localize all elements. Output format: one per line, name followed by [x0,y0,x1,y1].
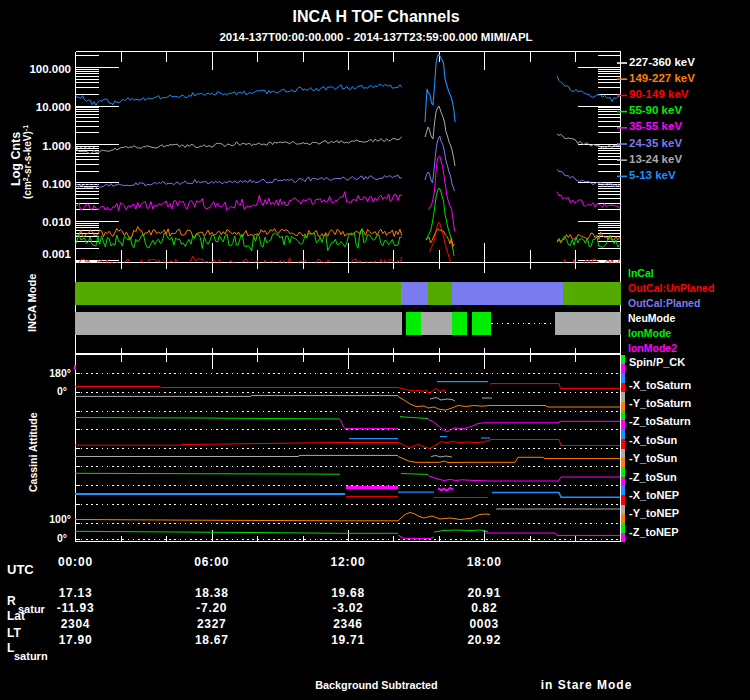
svg-text:227-360 keV: 227-360 keV [629,56,695,68]
svg-text:INCA H TOF Channels: INCA H TOF Channels [292,8,459,25]
svg-text:19.68: 19.68 [331,586,365,600]
svg-text:13-24 keV: 13-24 keV [629,153,682,165]
svg-text:Lat: Lat [7,609,25,623]
svg-text:00:00: 00:00 [58,555,93,569]
svg-text:06:00: 06:00 [194,555,229,569]
svg-text:0°: 0° [57,385,67,397]
svg-text:35-55 keV: 35-55 keV [629,120,682,132]
svg-text:5-13 keV: 5-13 keV [629,169,676,181]
svg-text:149-227 keV: 149-227 keV [629,72,695,84]
svg-text:-Z_toNEP: -Z_toNEP [629,526,679,538]
svg-text:19.71: 19.71 [331,633,365,647]
svg-text:18:00: 18:00 [467,555,502,569]
svg-text:Cassini Attitude: Cassini Attitude [27,412,39,492]
svg-text:INCA Mode: INCA Mode [26,274,38,332]
svg-text:18.38: 18.38 [195,586,229,600]
svg-text:180°: 180° [49,367,71,379]
svg-text:OutCal:UnPlaned: OutCal:UnPlaned [628,282,714,294]
svg-text:0.100: 0.100 [42,178,71,190]
svg-text:100.000: 100.000 [29,63,71,75]
svg-text:0.001: 0.001 [42,248,71,260]
svg-text:90-149 keV: 90-149 keV [629,88,689,100]
svg-text:(cm2-sr-s-keV)-1: (cm2-sr-s-keV)-1 [22,125,33,199]
svg-text:2304: 2304 [61,617,91,631]
svg-text:18.67: 18.67 [195,633,229,647]
svg-text:0003: 0003 [470,617,500,631]
svg-text:-Y_toSaturn: -Y_toSaturn [629,397,692,409]
svg-text:0.010: 0.010 [42,216,71,228]
svg-text:Log Cnts: Log Cnts [9,132,23,186]
svg-text:2327: 2327 [197,617,227,631]
svg-text:NeuMode: NeuMode [628,312,675,324]
svg-text:2014-137T00:00:00.000 - 2014-1: 2014-137T00:00:00.000 - 2014-137T23:59:0… [219,31,532,43]
svg-text:17.13: 17.13 [59,586,93,600]
svg-text:InCal: InCal [628,267,654,279]
svg-text:55-90 keV: 55-90 keV [629,104,682,116]
svg-text:Spin/P_CK: Spin/P_CK [629,356,685,368]
svg-text:-3.02: -3.02 [333,601,364,615]
svg-text:Background Subtracted: Background Subtracted [315,679,437,691]
svg-text:saturn: saturn [14,650,48,662]
svg-text:1.000: 1.000 [42,140,71,152]
svg-text:-X_toNEP: -X_toNEP [629,489,679,501]
svg-text:-X_toSaturn: -X_toSaturn [629,379,692,391]
svg-text:-Z_toSun: -Z_toSun [629,471,677,483]
svg-text:LT: LT [7,626,21,640]
svg-text:0.82: 0.82 [471,601,497,615]
svg-text:-Y_toNEP: -Y_toNEP [629,507,679,519]
svg-text:R: R [7,594,16,608]
svg-text:17.90: 17.90 [59,633,93,647]
svg-text:2346: 2346 [333,617,363,631]
svg-text:20.91: 20.91 [467,586,501,600]
svg-text:-7.20: -7.20 [196,601,227,615]
svg-text:100°: 100° [49,513,71,525]
svg-text:in Stare Mode: in Stare Mode [541,678,633,692]
svg-text:0°: 0° [57,532,67,544]
svg-text:UTC: UTC [7,562,34,577]
svg-text:-Y_toSun: -Y_toSun [629,452,678,464]
svg-text:12:00: 12:00 [330,555,365,569]
svg-text:-11.93: -11.93 [57,601,95,615]
svg-text:-Z_toSaturn: -Z_toSaturn [629,415,691,427]
svg-text:20.92: 20.92 [467,633,501,647]
svg-text:24-35 keV: 24-35 keV [629,137,682,149]
svg-text:10.000: 10.000 [36,101,71,113]
svg-text:IonMode: IonMode [628,327,671,339]
svg-text:-X_toSun: -X_toSun [629,434,678,446]
svg-text:OutCal:Planed: OutCal:Planed [628,297,700,309]
svg-text:IonMode2: IonMode2 [628,342,677,354]
